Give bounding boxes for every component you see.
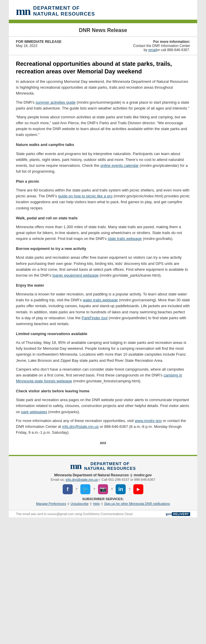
social-sep2: ? — [93, 487, 95, 491]
twitter-icon[interactable]: 🐦 — [80, 484, 90, 494]
subscriber-services-label: SUBSCRIBER SERVICES: — [16, 497, 190, 501]
alerts-para: State park and recreation area pages on … — [16, 397, 190, 415]
footer-phone: ·|· Call 651-296-6157 or 888-646-6367 — [98, 478, 155, 481]
trails-para: Minnesota offers more than 1,300 miles o… — [16, 224, 190, 242]
footer: mn DEPARTMENT OF NATURAL RESOURCES Minne… — [9, 455, 197, 510]
logo-text: DEPARTMENT OF NATURAL RESOURCES — [33, 5, 95, 17]
summer-guide-link[interactable]: summer activities guide — [36, 100, 76, 105]
more-info-label: For more information: — [153, 40, 190, 44]
picnic-guide-link[interactable]: guide on how to picnic like a pro — [58, 194, 112, 198]
section-heading-water: Enjoy the water — [16, 283, 190, 288]
section-heading-camping: Limited camping reservations available — [16, 331, 190, 337]
social-sep4: ? — [129, 487, 130, 491]
sent-to-text: This email was sent to xxxxxx@gmail.com … — [16, 512, 132, 516]
footer-logo-text: DEPARTMENT OF NATURAL RESOURCES — [84, 461, 136, 471]
section-heading-equipment: Borrow equipment to try a new activity — [16, 246, 190, 252]
camping-para2: Campers who don’t have a reservation can… — [16, 366, 190, 384]
footer-contact: Email us: info.dnr@state.mn.us·|· Call 6… — [16, 478, 190, 481]
green-bar-accent — [9, 21, 197, 23]
section-heading-picnic: Plan a picnic — [16, 179, 190, 184]
mndnr-link[interactable]: www.mndnr.gov — [135, 418, 162, 423]
dnr-logo-m: mn — [16, 6, 30, 17]
help-link[interactable]: Help — [93, 502, 100, 505]
park-webpages-link[interactable]: park webpages — [21, 410, 47, 414]
news-release-title: DNR News Release — [9, 27, 197, 33]
facebook-icon[interactable]: f — [63, 484, 73, 494]
main-content: Recreational opportunities abound at sta… — [9, 55, 197, 455]
end-marker: ### — [16, 440, 190, 446]
summer-guide-pre: The DNR’s — [16, 100, 36, 105]
email-container: mn DEPARTMENT OF NATURAL RESOURCES DNR N… — [9, 0, 197, 517]
email-info-link[interactable]: info.dnr@state.mn.us — [62, 424, 99, 429]
parkfinder-link[interactable]: ParkFinder tool — [82, 316, 107, 320]
manage-prefs-link[interactable]: Manage Preferences — [36, 502, 66, 505]
bottom-bar: This email was sent to xxxxxx@gmail.com … — [9, 510, 197, 517]
more-info-contact: Contact the DNR Information Center — [133, 44, 190, 48]
state-trails-link[interactable]: state trails webpage — [108, 236, 142, 241]
section-heading-nature-walks: Nature walks and campfire talks — [16, 142, 190, 148]
signup-link[interactable]: Sign-up for other Minnesota DNR notifica… — [104, 502, 170, 505]
youtube-icon[interactable]: ► — [133, 484, 143, 494]
footer-logo: mn DEPARTMENT OF NATURAL RESOURCES — [16, 461, 190, 471]
quote-paragraph: “Many people know about common activitie… — [16, 114, 190, 138]
closing-paragraph: For more information about any of these … — [16, 418, 190, 436]
intro-paragraph: In advance of the upcoming Memorial Day … — [16, 79, 190, 96]
social-icons-bar: f ? 🐦 ? 📷 ? in ? ► — [16, 484, 190, 494]
section-heading-alerts: Check visitor alerts before leaving home — [16, 388, 190, 394]
release-label: FOR IMMEDIATE RELEASE — [16, 40, 62, 44]
picnic-para: There are 60 locations within the state … — [16, 187, 190, 211]
govdelivery-logo: govDELIVERY — [166, 512, 190, 516]
meta-bar: FOR IMMEDIATE RELEASE May 18, 2023 For m… — [9, 37, 197, 55]
social-sep1: ? — [76, 487, 77, 491]
footer-dept-line2: NATURAL RESOURCES — [84, 466, 136, 471]
main-headline: Recreational opportunities abound at sta… — [16, 60, 190, 75]
email-link[interactable]: email — [148, 48, 157, 52]
water-para: Minnesota is known for water recreation,… — [16, 291, 190, 327]
footer-email-link[interactable]: info.dnr@state.mn.us — [66, 478, 98, 481]
dept-line2: NATURAL RESOURCES — [33, 11, 95, 17]
sub-sep2: ·|· — [89, 502, 93, 505]
subscriber-links: Manage Preferences ·|· Unsubscribe ·|· H… — [16, 502, 190, 505]
linkedin-icon[interactable]: in — [116, 484, 126, 494]
loaner-equipment-link[interactable]: loaner equipment webpage — [52, 273, 99, 278]
footer-email-label: Email us: — [51, 478, 66, 481]
more-info-phone: or call 888-646-6367. — [157, 48, 190, 52]
sub-sep1: ·|· — [67, 502, 71, 505]
more-info-by: by emailor call 888-646-6367. — [144, 48, 190, 52]
unsubscribe-link[interactable]: Unsubscribe — [71, 502, 89, 505]
news-release-title-bar: DNR News Release — [9, 23, 197, 37]
meta-left: FOR IMMEDIATE RELEASE May 18, 2023 — [16, 40, 62, 52]
water-trails-link[interactable]: water trails webpage — [83, 298, 118, 302]
nature-walks-para: State parks offer events and programs le… — [16, 151, 190, 175]
govdelivery-label: DELIVERY — [172, 512, 190, 516]
header: mn DEPARTMENT OF NATURAL RESOURCES — [9, 0, 197, 21]
footer-dept-name: Minnesota Department of Natural Resource… — [16, 473, 190, 477]
social-sep3: ? — [111, 487, 113, 491]
dept-line1: DEPARTMENT OF — [33, 5, 95, 11]
sub-sep3: ·|· — [101, 502, 104, 505]
camping-para1: As of Thursday, May 18, 95% of available… — [16, 340, 190, 364]
footer-dept-line1: DEPARTMENT OF — [84, 461, 136, 466]
footer-logo-m: mn — [70, 462, 81, 470]
summer-guide-paragraph: The DNR’s summer activities guide (mndnr… — [16, 100, 190, 111]
release-date: May 18, 2023 — [16, 44, 37, 48]
email-wrapper: mn DEPARTMENT OF NATURAL RESOURCES DNR N… — [0, 0, 206, 517]
header-logo: mn DEPARTMENT OF NATURAL RESOURCES — [16, 5, 95, 17]
instagram-icon[interactable]: 📷 — [98, 484, 108, 494]
events-calendar-link[interactable]: online events calendar — [100, 163, 139, 168]
section-heading-trails: Walk, pedal and roll on state trails — [16, 215, 190, 221]
equipment-para: Most state parks and recreation areas of… — [16, 255, 190, 278]
state-forests-camping-link[interactable]: camping in Minnesota state forests webpa… — [16, 373, 182, 383]
meta-right: For more information: Contact the DNR In… — [133, 40, 190, 52]
